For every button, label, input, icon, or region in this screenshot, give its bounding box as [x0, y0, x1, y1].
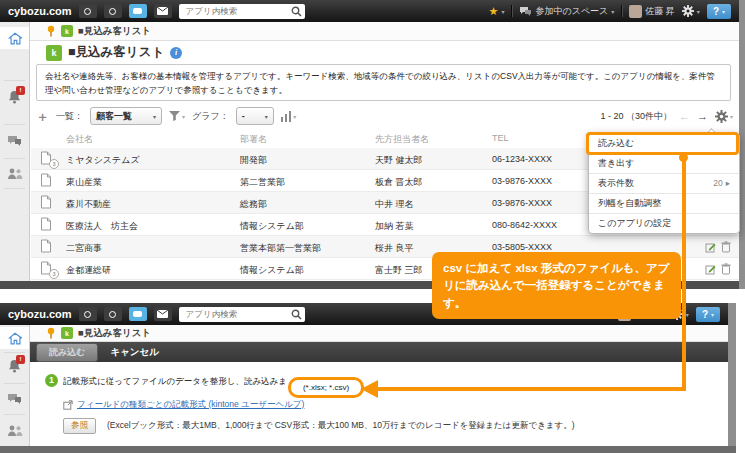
office-app-icon[interactable]	[104, 4, 122, 18]
pin-icon[interactable]	[46, 25, 56, 37]
col-header-tel[interactable]: TEL	[492, 133, 509, 143]
menu-item-export[interactable]: 書き出す	[589, 153, 739, 173]
favorites-menu[interactable]: ★▾	[489, 6, 505, 17]
file-types-text: (*.xlsx; *.csv)	[303, 383, 349, 392]
import-window: cybozu.com 佐藤 昇 ▾ ?▾ k	[0, 303, 745, 453]
col-header-dept[interactable]: 部署名	[240, 133, 267, 146]
view-select-value: 顧客一覧	[96, 110, 132, 123]
cybozu-logo[interactable]: cybozu.com	[8, 5, 72, 17]
chevron-down-icon: ▾	[711, 311, 714, 318]
garoon-glyph-icon	[84, 311, 91, 318]
breadcrumb-app-link[interactable]: ■見込み客リスト	[78, 25, 151, 38]
office-app-icon[interactable]	[104, 307, 122, 321]
menu-item-app-settings[interactable]: このアプリの設定	[589, 213, 739, 233]
format-help-link[interactable]: フィールドの種類ごとの記載形式 (kintone ユーザーヘルプ)	[77, 399, 304, 411]
search-input[interactable]	[184, 308, 288, 320]
sidebar-item-home[interactable]	[0, 27, 29, 49]
graph-label: グラフ：	[192, 110, 229, 123]
edit-record-icon[interactable]	[705, 242, 716, 253]
browse-button[interactable]: 参照	[63, 418, 96, 434]
funnel-icon	[169, 111, 180, 121]
cell-tel: 03-9876-XXXX	[492, 198, 552, 208]
sidebar-item-notifications[interactable]: !	[0, 88, 29, 110]
add-record-button[interactable]: ＋	[36, 110, 49, 123]
breadcrumb-app-link[interactable]: ■見込み客リスト	[78, 327, 151, 340]
garoon-app-icon[interactable]	[79, 4, 97, 18]
chart-button[interactable]: ▾	[281, 111, 297, 122]
edit-record-icon[interactable]	[705, 264, 716, 275]
list-settings-button[interactable]: ▾	[715, 110, 733, 123]
import-button[interactable]: 読み込む	[36, 343, 98, 362]
gear-icon	[682, 5, 694, 17]
app-chip-icon: k	[46, 45, 62, 61]
chevron-down-icon: ▾	[153, 113, 156, 120]
mailwise-app-icon[interactable]	[154, 307, 172, 321]
kintone-glyph-icon	[133, 311, 142, 317]
cancel-button[interactable]: キャンセル	[110, 346, 159, 359]
sidebar-item-people[interactable]	[0, 162, 29, 184]
search-icon[interactable]	[291, 309, 302, 320]
cell-dept: 第二営業部	[240, 176, 285, 189]
record-detail-icon[interactable]	[40, 239, 52, 253]
settings-menu[interactable]: ▾	[682, 5, 700, 17]
next-page-arrow[interactable]: →	[697, 111, 708, 122]
search-icon[interactable]	[291, 6, 302, 17]
app-description: 会社名や連絡先等、お客様の基本情報を管理するアプリです。キーワード検索、地域等の…	[36, 64, 731, 101]
people-icon	[7, 425, 23, 436]
filter-button[interactable]: ▾	[169, 111, 185, 121]
kintone-glyph-icon	[133, 8, 142, 14]
user-menu[interactable]: 佐藤 昇	[629, 5, 675, 18]
help-button[interactable]: ?▾	[707, 4, 731, 19]
comment-count-badge: 3	[49, 159, 59, 169]
sidebar-item-people[interactable]	[0, 419, 29, 441]
app-search-box[interactable]	[179, 307, 305, 322]
cell-tel: 080-8642-XXXX	[492, 220, 557, 230]
cell-contact: 加納 若葉	[375, 220, 414, 233]
sidebar-item-home[interactable]	[0, 327, 29, 349]
col-header-company[interactable]: 会社名	[66, 133, 93, 146]
menu-item-page-size[interactable]: 表示件数 20▸	[589, 173, 739, 193]
row-actions	[705, 263, 731, 275]
chevron-down-icon: ▾	[293, 113, 296, 120]
help-button[interactable]: ?▾	[696, 307, 720, 322]
cell-dept: 情報システム部	[240, 264, 304, 277]
cell-company: 東山産業	[66, 176, 102, 189]
cell-contact: 富士野 三郎	[375, 264, 423, 277]
record-detail-icon[interactable]	[40, 217, 52, 231]
app-search-box[interactable]	[179, 4, 305, 19]
record-detail-icon[interactable]	[40, 173, 52, 187]
notification-badge: !	[16, 355, 25, 364]
menu-item-autofit-columns[interactable]: 列幅を自動調整	[589, 193, 739, 213]
sidebar-divider	[4, 383, 25, 384]
sidebar-item-messages[interactable]	[0, 130, 29, 152]
sidebar-divider	[4, 414, 25, 415]
record-detail-icon[interactable]	[40, 195, 52, 209]
search-input[interactable]	[184, 5, 288, 17]
mailwise-app-icon[interactable]	[154, 4, 172, 18]
cell-dept: 情報システム部	[240, 220, 304, 233]
annotation-highlight-file-types: (*.xlsx; *.csv)	[288, 377, 364, 398]
sidebar-item-messages[interactable]	[0, 388, 29, 410]
garoon-app-icon[interactable]	[79, 307, 97, 321]
delete-record-icon[interactable]	[721, 263, 731, 275]
info-icon[interactable]: i	[170, 47, 182, 59]
sidebar-divider	[4, 188, 25, 189]
graph-select[interactable]: - ▾	[236, 107, 274, 125]
delete-record-icon[interactable]	[721, 241, 731, 253]
kintone-app-icon[interactable]	[129, 307, 147, 321]
home-icon	[8, 32, 22, 45]
col-header-contact[interactable]: 先方担当者名	[375, 133, 429, 146]
sidebar-item-notifications[interactable]: !	[0, 357, 29, 379]
prev-page-arrow[interactable]: ←	[679, 111, 690, 122]
cell-dept: 開発部	[240, 154, 267, 167]
envelope-icon	[157, 310, 168, 318]
cybozu-logo[interactable]: cybozu.com	[8, 308, 72, 320]
chevron-down-icon: ▾	[265, 113, 268, 120]
pin-icon[interactable]	[46, 327, 56, 339]
kintone-app-icon[interactable]	[129, 4, 147, 18]
menu-item-label: 表示件数	[598, 174, 634, 193]
view-select[interactable]: 顧客一覧 ▾	[90, 107, 162, 125]
page-title-row: k ■見込み客リスト i	[46, 44, 182, 61]
spaces-menu[interactable]: 参加中のスペース ▾	[519, 5, 614, 18]
pagination-text: 1 - 20 （30件中）	[600, 110, 672, 123]
